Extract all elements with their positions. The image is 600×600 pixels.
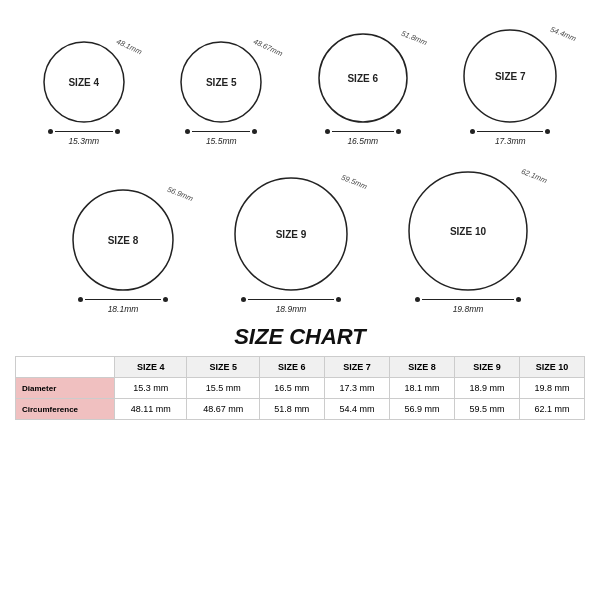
svg-point-3 (464, 30, 556, 122)
diameter-row-size4 (48, 129, 120, 134)
table-header-size6: SIZE 6 (259, 357, 324, 378)
diameter-row-size7 (470, 129, 550, 134)
diam-line-size4 (55, 131, 113, 133)
circle-svg-size5 (177, 38, 265, 126)
diam-value-size5: 15.5mm (206, 136, 237, 146)
row-diameter-size7: 17.3 mm (324, 378, 389, 399)
circle-svg-size6 (315, 30, 411, 126)
diam-line-size9 (248, 299, 334, 301)
table-header-size10: SIZE 10 (519, 357, 584, 378)
circles-section: SIZE 4 48.1mm 15.3mm SIZE 5 48.67mm (15, 10, 585, 318)
diam-dot-right-size8 (163, 297, 168, 302)
diam-dot-right-size9 (336, 297, 341, 302)
circle-item-size4: SIZE 4 48.1mm 15.3mm (40, 38, 128, 146)
circle-item-size10: SIZE 10 62.1mm 19.8mm (405, 168, 531, 314)
diameter-row-size9 (241, 297, 341, 302)
diam-line-size10 (422, 299, 514, 301)
table-body: Diameter 15.3 mm 15.5 mm 16.5 mm 17.3 mm… (16, 378, 585, 420)
row-circum-size5: 48.67 mm (187, 399, 259, 420)
svg-point-2 (319, 34, 407, 122)
row-diameter-size4: 15.3 mm (115, 378, 187, 399)
diam-dot-left-size4 (48, 129, 53, 134)
row-circum-size9: 59.5 mm (454, 399, 519, 420)
circle-svg-size8 (69, 186, 177, 294)
table-header-size7: SIZE 7 (324, 357, 389, 378)
circle-svg-size7 (460, 26, 560, 126)
row-label-circumference: Circumference (16, 399, 115, 420)
diameter-row-size6 (325, 129, 401, 134)
row-diameter-size10: 19.8 mm (519, 378, 584, 399)
svg-point-1 (181, 42, 261, 122)
circles-row-1: SIZE 4 48.1mm 15.3mm SIZE 5 48.67mm (15, 10, 585, 146)
size-chart-title: SIZE CHART (15, 324, 585, 350)
diam-value-size7: 17.3mm (495, 136, 526, 146)
diam-line-size5 (192, 131, 250, 133)
diam-dot-left-size5 (185, 129, 190, 134)
diam-value-size4: 15.3mm (68, 136, 99, 146)
diam-line-size8 (85, 299, 161, 301)
diameter-row-size5 (185, 129, 257, 134)
svg-point-0 (44, 42, 124, 122)
diam-dot-right-size7 (545, 129, 550, 134)
row-diameter-size9: 18.9 mm (454, 378, 519, 399)
diameter-row-size10 (415, 297, 521, 302)
table-header-size8: SIZE 8 (389, 357, 454, 378)
row-circum-size8: 56.9 mm (389, 399, 454, 420)
diam-value-size6: 16.5mm (347, 136, 378, 146)
row-diameter-size5: 15.5 mm (187, 378, 259, 399)
circle-item-size7: SIZE 7 54.4mm 17.3mm (460, 26, 560, 146)
row-circum-size10: 62.1 mm (519, 399, 584, 420)
circle-item-size8: SIZE 8 56.9mm 18.1mm (69, 186, 177, 314)
diam-value-size9: 18.9mm (276, 304, 307, 314)
diam-line-size6 (332, 131, 394, 133)
size-chart-table: SIZE 4 SIZE 5 SIZE 6 SIZE 7 SIZE 8 SIZE … (15, 356, 585, 420)
diam-dot-right-size5 (252, 129, 257, 134)
circle-item-size6: SIZE 6 51.8mm 16.5mm (315, 30, 411, 146)
diam-line-size7 (477, 131, 543, 133)
circle-item-size5: SIZE 5 48.67mm 15.5mm (177, 38, 265, 146)
svg-point-4 (73, 190, 173, 290)
page: { "title": "SIZE CHART", "sizes_row1": [… (0, 0, 600, 600)
row-label-diameter: Diameter (16, 378, 115, 399)
row-diameter-size6: 16.5 mm (259, 378, 324, 399)
table-header-empty (16, 357, 115, 378)
diam-dot-left-size6 (325, 129, 330, 134)
table-row-diameter: Diameter 15.3 mm 15.5 mm 16.5 mm 17.3 mm… (16, 378, 585, 399)
diam-dot-left-size9 (241, 297, 246, 302)
diam-dot-right-size10 (516, 297, 521, 302)
svg-point-6 (409, 172, 527, 290)
diam-value-size10: 19.8mm (453, 304, 484, 314)
table-head: SIZE 4 SIZE 5 SIZE 6 SIZE 7 SIZE 8 SIZE … (16, 357, 585, 378)
diam-value-size8: 18.1mm (108, 304, 139, 314)
circles-row-2: SIZE 8 56.9mm 18.1mm SIZE 9 59.5mm (15, 150, 585, 314)
diameter-row-size8 (78, 297, 168, 302)
circle-item-size9: SIZE 9 59.5mm 18.9mm (231, 174, 351, 314)
circle-svg-size10 (405, 168, 531, 294)
row-diameter-size8: 18.1 mm (389, 378, 454, 399)
table-header-row: SIZE 4 SIZE 5 SIZE 6 SIZE 7 SIZE 8 SIZE … (16, 357, 585, 378)
row-circum-size7: 54.4 mm (324, 399, 389, 420)
row-circum-size4: 48.11 mm (115, 399, 187, 420)
diam-dot-left-size7 (470, 129, 475, 134)
circle-svg-size4 (40, 38, 128, 126)
diam-dot-right-size6 (396, 129, 401, 134)
diam-dot-left-size8 (78, 297, 83, 302)
row-circum-size6: 51.8 mm (259, 399, 324, 420)
table-header-size5: SIZE 5 (187, 357, 259, 378)
table-row-circumference: Circumference 48.11 mm 48.67 mm 51.8 mm … (16, 399, 585, 420)
table-header-size9: SIZE 9 (454, 357, 519, 378)
diam-dot-right-size4 (115, 129, 120, 134)
diam-dot-left-size10 (415, 297, 420, 302)
table-header-size4: SIZE 4 (115, 357, 187, 378)
svg-point-5 (235, 178, 347, 290)
circle-svg-size9 (231, 174, 351, 294)
